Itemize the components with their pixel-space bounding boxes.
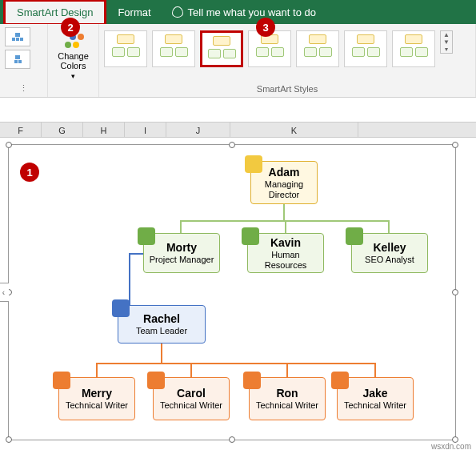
chevron-down-icon: ▾ <box>71 72 75 80</box>
node-merry[interactable]: MerryTechnical Writer <box>58 377 135 420</box>
tab-smartart-design[interactable]: SmartArt Design <box>3 0 106 26</box>
callout-2: 2 <box>61 18 80 37</box>
styles-group-label: SmartArt Styles <box>104 82 470 95</box>
layout-thumb-2[interactable] <box>5 50 30 69</box>
bulb-icon <box>172 6 183 18</box>
col-header-f[interactable]: F <box>0 123 42 137</box>
node-morty[interactable]: MortyProject Manager <box>143 233 220 273</box>
connector <box>285 220 286 233</box>
layouts-group: ⋮ <box>0 24 48 97</box>
connector <box>180 220 182 233</box>
tab-format[interactable]: Format <box>106 2 162 23</box>
connector <box>129 253 130 305</box>
col-header-g[interactable]: G <box>42 123 83 137</box>
node-kavin[interactable]: KavinHuman Resources <box>247 233 324 273</box>
node-ron[interactable]: RonTechnical Writer <box>249 377 326 420</box>
col-header-j[interactable]: J <box>166 123 230 137</box>
tell-me-label: Tell me what you want to do <box>188 6 316 18</box>
callout-3: 3 <box>256 18 275 37</box>
style-thumb-6[interactable] <box>344 30 387 67</box>
col-header-k[interactable]: K <box>230 123 358 137</box>
ribbon-tab-bar: SmartArt Design Format Tell me what you … <box>0 0 476 24</box>
style-thumb-3-selected[interactable] <box>200 30 243 67</box>
watermark: wsxdn.com <box>431 442 471 451</box>
connector <box>388 220 390 233</box>
text-pane-toggle[interactable]: ‹ <box>0 283 9 302</box>
node-jake[interactable]: JakeTechnical Writer <box>337 377 414 420</box>
style-thumb-2[interactable] <box>152 30 195 67</box>
node-rachel[interactable]: RachelTeam Leader <box>118 305 206 344</box>
node-adam[interactable]: AdamManaging Director <box>250 161 318 204</box>
change-colors-label: Change Colors <box>58 51 89 70</box>
col-header-h[interactable]: H <box>83 123 125 137</box>
connector <box>96 363 98 377</box>
tell-me-search[interactable]: Tell me what you want to do <box>162 6 316 18</box>
connector <box>161 344 162 363</box>
style-thumb-5[interactable] <box>296 30 339 67</box>
callout-1: 1 <box>20 163 39 182</box>
org-chart: AdamManaging Director MortyProject Manag… <box>9 145 455 440</box>
formula-bar-gap <box>0 98 476 122</box>
layouts-more[interactable]: ⋮ <box>5 82 42 95</box>
sheet-canvas[interactable]: ‹ 1 AdamManaging Director MortyProject M… <box>0 138 476 454</box>
connector <box>190 363 192 377</box>
connector <box>96 363 375 364</box>
style-thumb-1[interactable] <box>104 30 147 67</box>
chevron-up-icon: ▲ <box>441 31 452 38</box>
connector <box>286 363 288 377</box>
style-thumb-7[interactable] <box>392 30 435 67</box>
node-carol[interactable]: CarolTechnical Writer <box>153 377 230 420</box>
connector <box>129 253 143 255</box>
node-kelley[interactable]: KelleySEO Analyst <box>351 233 428 273</box>
expand-icon: ▾ <box>441 46 452 53</box>
col-header-i[interactable]: I <box>125 123 166 137</box>
style-gallery-more[interactable]: ▲ ▼ ▾ <box>440 30 453 54</box>
styles-group: ▲ ▼ ▾ SmartArt Styles <box>99 24 476 97</box>
connector <box>283 204 285 220</box>
column-headers: F G H I J K <box>0 122 476 138</box>
layout-thumb-1[interactable] <box>5 27 30 46</box>
connector <box>374 363 376 377</box>
smartart-frame[interactable]: ‹ 1 AdamManaging Director MortyProject M… <box>8 144 456 440</box>
chevron-down-icon: ▼ <box>441 38 452 46</box>
